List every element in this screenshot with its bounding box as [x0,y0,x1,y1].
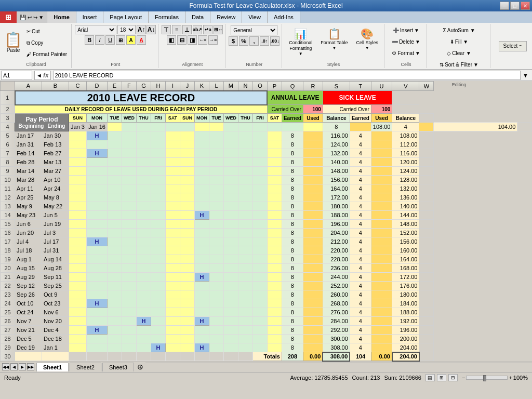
day-cell-24-5[interactable] [151,299,165,308]
sick-balance-29[interactable]: 204.00 [392,343,419,352]
annual-used-22[interactable] [303,282,323,290]
copy-button[interactable]: ⧉ Copy [24,38,69,48]
day-cell-26-8[interactable]: H [194,317,209,326]
annual-balance-20[interactable]: 236.00 [323,264,350,273]
day-cell-20-10[interactable] [223,264,238,273]
day-cell-24-10[interactable] [223,299,238,308]
col-letter-R[interactable]: R [303,82,323,91]
day-cell-23-11[interactable] [238,290,252,299]
day-cell-11-1[interactable] [86,184,107,193]
day-cell-21-11[interactable] [238,273,252,282]
day-cell-24-12[interactable] [252,299,267,308]
annual-balance-4[interactable]: 108.00 [371,123,392,131]
sick-balance-16[interactable]: 152.00 [392,229,419,237]
day-cell-8-4[interactable] [136,158,151,167]
day-cell-27-7[interactable] [180,326,194,335]
day-cell-18-11[interactable] [238,246,252,255]
annual-used-24[interactable] [303,299,323,308]
day-cell-14-3[interactable] [122,211,136,220]
day-cell-24-4[interactable] [136,299,151,308]
day-cell-23-8[interactable] [194,290,209,299]
col-letter-M[interactable]: M [223,82,238,91]
annual-earned-26[interactable]: 8 [282,317,303,326]
day-cell-5-7[interactable] [180,131,194,140]
col-letter-G[interactable]: G [136,82,151,91]
annual-earned-11[interactable]: 8 [282,184,303,193]
sort-filter-button[interactable]: ⇅ Sort & Filter ▼ [437,59,481,70]
row-begin-5[interactable]: Jan 17 [15,131,42,140]
day-cell-5-10[interactable] [223,131,238,140]
sick-used-20[interactable] [371,264,392,273]
day-cell-4-10[interactable] [252,123,267,131]
day-cell-4-2[interactable] [136,123,151,131]
day-cell-16-0[interactable] [69,229,87,237]
annual-used-15[interactable] [303,220,323,229]
annual-earned-28[interactable]: 8 [282,335,303,343]
day-cell-14-12[interactable] [252,211,267,220]
day-cell-14-11[interactable] [238,211,252,220]
row-begin-23[interactable]: Sep 26 [15,290,42,299]
day-cell-16-5[interactable] [151,229,165,237]
row-end-11[interactable]: Apr 24 [42,184,69,193]
day-cell-29-2[interactable] [107,343,122,352]
day-cell-12-12[interactable] [252,193,267,202]
annual-earned-16[interactable]: 8 [282,229,303,237]
day-cell-22-12[interactable] [252,282,267,290]
annual-used-25[interactable] [303,308,323,317]
annual-balance-24[interactable]: 268.00 [323,299,350,308]
comma-button[interactable]: , [249,36,259,46]
day-cell-21-4[interactable] [136,273,151,282]
day-cell-11-9[interactable] [209,184,223,193]
sick-used-12[interactable] [371,193,392,202]
row-end-17[interactable]: Jul 17 [42,237,69,246]
day-cell-19-2[interactable] [107,255,122,264]
annual-balance-13[interactable]: 180.00 [323,202,350,211]
day-cell-27-6[interactable] [165,326,180,335]
day-cell-9-1[interactable] [86,167,107,176]
day-cell-22-10[interactable] [223,282,238,290]
day-cell-22-1[interactable] [86,282,107,290]
day-cell-26-11[interactable] [238,317,252,326]
day-cell-19-11[interactable] [238,255,252,264]
day-cell-25-11[interactable] [238,308,252,317]
day-cell-12-5[interactable] [151,193,165,202]
align-bottom-button[interactable]: ⊥ [182,25,192,34]
row-begin-13[interactable]: May 9 [15,202,42,211]
annual-balance-27[interactable]: 292.00 [323,326,350,335]
day-cell-18-0[interactable] [69,246,87,255]
day-cell-6-13[interactable] [267,140,282,149]
annual-earned-24[interactable]: 8 [282,299,303,308]
sick-used-11[interactable] [371,184,392,193]
day-cell-14-9[interactable] [209,211,223,220]
day-cell-21-7[interactable] [180,273,194,282]
day-cell-14-5[interactable] [151,211,165,220]
row-end-26[interactable]: Nov 20 [42,317,69,326]
col-letter-Q[interactable]: Q [282,82,303,91]
annual-used-26[interactable] [303,317,323,326]
day-cell-7-1[interactable]: H [86,149,107,158]
day-cell-15-9[interactable] [209,220,223,229]
cell-styles-button[interactable]: 🎨 Cell Styles ▼ [353,25,382,53]
col-letter-corner[interactable] [1,82,15,91]
day-cell-23-9[interactable] [209,290,223,299]
day-cell-26-0[interactable] [69,317,87,326]
day-cell-4-9[interactable] [238,123,252,131]
format-table-button[interactable]: 📋 Format Table ▼ [317,25,351,53]
sick-balance-12[interactable]: 136.00 [392,193,419,202]
day-cell-20-6[interactable] [165,264,180,273]
day-cell-21-5[interactable] [151,273,165,282]
day-cell-12-9[interactable] [209,193,223,202]
day-cell-17-4[interactable] [136,237,151,246]
day-cell-5-1[interactable]: H [86,131,107,140]
day-cell-12-8[interactable] [194,193,209,202]
day-cell-8-12[interactable] [252,158,267,167]
day-cell-15-3[interactable] [122,220,136,229]
row-begin-24[interactable]: Oct 10 [15,299,42,308]
sick-used-22[interactable] [371,282,392,290]
day-cell-10-10[interactable] [223,176,238,184]
day-cell-8-1[interactable] [86,158,107,167]
sick-earned-24[interactable]: 4 [350,299,371,308]
row-begin-9[interactable]: Mar 14 [15,167,42,176]
row-begin-25[interactable]: Oct 24 [15,308,42,317]
day-cell-28-0[interactable] [69,335,87,343]
